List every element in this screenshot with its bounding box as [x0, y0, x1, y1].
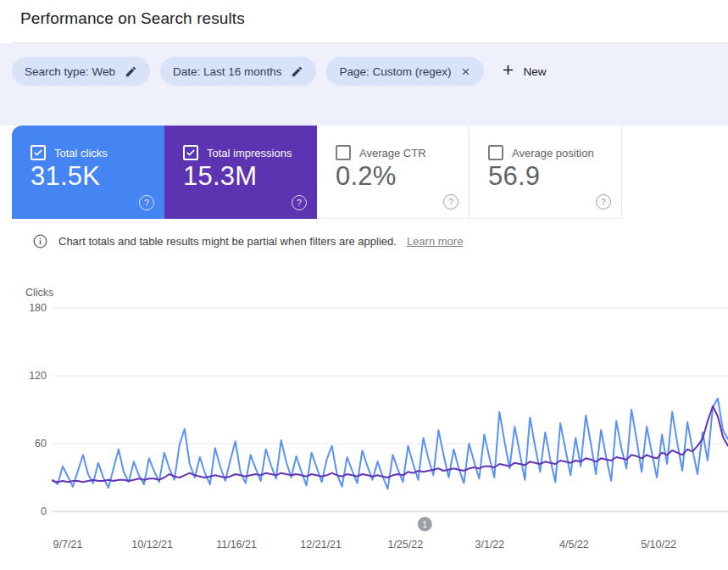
new-filter-button[interactable]: New	[500, 62, 546, 81]
x-tick-label: 3/1/22	[475, 539, 505, 550]
chip-date-range[interactable]: Date: Last 16 months	[160, 57, 316, 86]
x-tick-label: 11/16/21	[216, 539, 257, 550]
performance-chart: 060120180Clicks9/7/2110/12/2111/16/2112/…	[0, 280, 728, 570]
x-tick-label: 10/12/21	[131, 539, 173, 550]
help-icon[interactable]: ?	[443, 194, 458, 210]
page-title: Performance on Search results	[20, 9, 245, 28]
x-tick-label: 4/5/22	[559, 539, 589, 550]
clicks-impressions-line-chart: 060120180Clicks9/7/2110/12/2111/16/2112/…	[0, 280, 728, 570]
plus-icon	[500, 62, 516, 81]
x-tick-label: 12/21/21	[300, 539, 342, 550]
checkbox-average-position[interactable]	[488, 145, 503, 160]
y-tick-label: 60	[35, 438, 47, 450]
edit-icon[interactable]	[291, 65, 303, 78]
metric-card-average-position[interactable]: Average position 56.9 ?	[470, 126, 622, 219]
chip-page-filter[interactable]: Page: Custom (regex)	[326, 57, 484, 86]
help-icon[interactable]: ?	[139, 195, 154, 210]
metric-value: 0.2%	[336, 161, 396, 192]
metric-label: Total impressions	[207, 147, 292, 159]
notice-text: Chart totals and table results might be …	[58, 235, 397, 248]
y-tick-label: 120	[29, 370, 47, 382]
metric-cards: Total clicks 31.5K ? Total impressions 1…	[12, 126, 622, 219]
checkbox-average-ctr[interactable]	[336, 145, 351, 160]
metric-value: 31.5K	[31, 161, 100, 192]
checkbox-total-clicks[interactable]	[31, 145, 46, 160]
metric-value: 15.3M	[183, 161, 257, 192]
filter-chips: Search type: Web Date: Last 16 months Pa…	[12, 57, 546, 86]
help-icon[interactable]: ?	[292, 195, 307, 210]
metric-label: Total clicks	[54, 147, 108, 159]
chip-search-type[interactable]: Search type: Web	[12, 57, 150, 86]
x-tick-label: 5/10/22	[641, 539, 676, 550]
metric-card-total-clicks[interactable]: Total clicks 31.5K ?	[12, 126, 164, 219]
chip-page-filter-label: Page: Custom (regex)	[339, 65, 451, 78]
edit-icon[interactable]	[125, 65, 137, 78]
notice-banner: Chart totals and table results might be …	[32, 233, 463, 249]
y-axis-title: Clicks	[25, 287, 53, 299]
y-tick-label: 0	[41, 506, 47, 517]
close-icon[interactable]	[460, 66, 471, 77]
info-icon	[32, 233, 48, 249]
new-filter-label: New	[523, 65, 546, 78]
annotation-badge-count: 1	[422, 519, 427, 529]
chip-search-type-label: Search type: Web	[25, 65, 115, 78]
x-tick-label: 9/7/21	[53, 539, 83, 550]
metric-label: Average position	[512, 147, 594, 159]
metric-card-average-ctr[interactable]: Average CTR 0.2% ?	[317, 126, 470, 219]
learn-more-link[interactable]: Learn more	[407, 235, 463, 248]
chip-date-range-label: Date: Last 16 months	[173, 65, 281, 78]
help-icon[interactable]: ?	[596, 194, 611, 210]
metric-card-total-impressions[interactable]: Total impressions 15.3M ?	[164, 126, 317, 219]
checkbox-total-impressions[interactable]	[183, 145, 198, 160]
x-tick-label: 1/25/22	[387, 539, 423, 550]
y-tick-label: 180	[29, 302, 47, 314]
metric-value: 56.9	[488, 161, 540, 192]
metric-label: Average CTR	[359, 147, 426, 159]
